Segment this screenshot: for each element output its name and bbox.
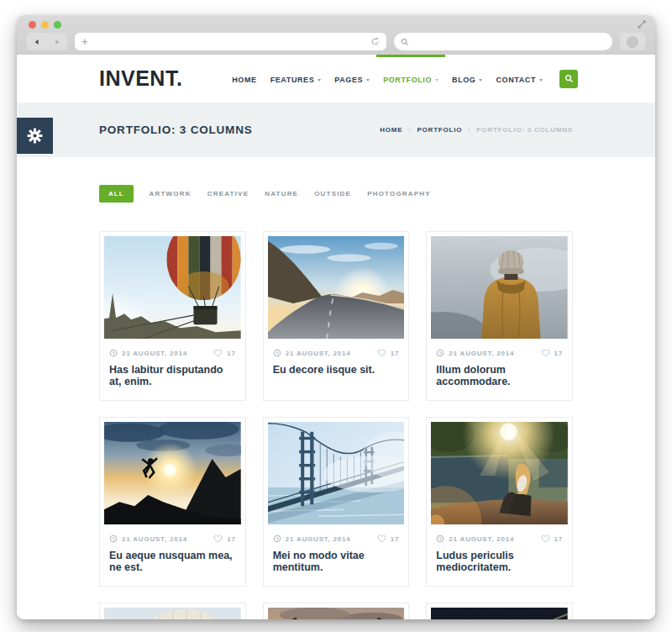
card-date: 21 AUGUST, 2014: [286, 535, 351, 543]
site-logo[interactable]: INVENT.: [99, 66, 182, 91]
portfolio-thumbnail-bridge[interactable]: [268, 422, 405, 524]
browser-action-button[interactable]: [620, 33, 645, 50]
portfolio-thumbnail-fog-person[interactable]: [431, 236, 568, 339]
nav-item-features[interactable]: FEATURES: [264, 55, 328, 103]
filter-outside[interactable]: OUTSIDE: [314, 190, 351, 198]
portfolio-card: 21 AUGUST, 2014 17 Has labitur disputand…: [99, 231, 246, 401]
refresh-icon[interactable]: [370, 37, 380, 46]
card-title[interactable]: Eu aeque nusquam mea, ne est.: [104, 548, 241, 586]
gear-icon: [27, 128, 43, 144]
card-title[interactable]: Ludus periculis mediocritatem.: [431, 548, 568, 586]
suspension-bridge-photo: [268, 422, 405, 524]
new-tab-plus-icon[interactable]: +: [81, 36, 88, 47]
breadcrumb-current: PORTFOLIO: 3 COLUMNS: [476, 126, 573, 134]
filter-artwork[interactable]: ARTWORK: [150, 190, 192, 198]
back-icon[interactable]: [34, 39, 40, 45]
clock-icon: [109, 535, 118, 543]
breadcrumb-home[interactable]: HOME: [380, 126, 402, 134]
forward-icon[interactable]: [54, 39, 60, 45]
portfolio-thumbnail-sweater[interactable]: [104, 608, 241, 619]
portfolio-thumbnail-balloon[interactable]: [104, 236, 241, 339]
chevron-down-icon: [366, 79, 370, 82]
like-count[interactable]: 17: [377, 349, 400, 357]
portfolio-card: 21 AUGUST, 2014 17 Mei no modo vitae men…: [263, 417, 410, 587]
heart-icon: [213, 349, 223, 357]
lake-sunlight-photo: [431, 422, 568, 524]
portfolio-card: 21 AUGUST, 2014 17 Eu decore iisque sit.: [263, 231, 410, 401]
like-count[interactable]: 17: [377, 535, 400, 543]
address-bar[interactable]: +: [75, 33, 386, 50]
card-meta: 21 AUGUST, 2014 17: [268, 524, 405, 548]
chevron-down-icon: [539, 79, 543, 82]
card-date: 21 AUGUST, 2014: [286, 350, 351, 357]
night-lights-photo: [431, 608, 568, 619]
search-icon: [401, 38, 409, 46]
heart-icon: [541, 349, 550, 357]
card-date: 21 AUGUST, 2014: [122, 535, 187, 543]
page-title: PORTFOLIO: 3 COLUMNS: [99, 124, 253, 136]
filter-all[interactable]: ALL: [99, 185, 134, 203]
browser-toolbar: +: [27, 33, 645, 50]
nav-item-portfolio[interactable]: PORTFOLIO: [376, 55, 445, 103]
clock-icon: [273, 349, 281, 357]
clock-icon: [273, 535, 281, 543]
card-title[interactable]: Eu decore iisque sit.: [268, 362, 405, 388]
heart-icon: [541, 535, 550, 543]
portfolio-thumbnail-jumper[interactable]: [104, 422, 241, 524]
main-navigation: HOME FEATURES PAGES PORTFOLIO BLOG CONTA…: [225, 55, 578, 103]
close-window-button[interactable]: [29, 21, 36, 29]
filter-photography[interactable]: PHOTOGRAPHY: [367, 190, 431, 198]
clock-icon: [436, 349, 444, 357]
fullscreen-icon[interactable]: [637, 19, 647, 29]
circle-icon: [627, 36, 638, 48]
heart-icon: [377, 349, 386, 357]
chevron-down-icon: [479, 79, 482, 82]
browser-search-field[interactable]: [394, 33, 612, 50]
clock-icon: [109, 349, 118, 357]
minimize-window-button[interactable]: [41, 21, 49, 29]
chevron-down-icon: [435, 79, 438, 82]
like-count[interactable]: 17: [541, 349, 564, 357]
like-count[interactable]: 17: [213, 535, 236, 543]
beer-toast-photo: [268, 608, 405, 619]
nav-item-blog[interactable]: BLOG: [445, 55, 489, 103]
clock-icon: [436, 535, 444, 543]
window-controls: [29, 21, 61, 29]
card-meta: 21 AUGUST, 2014 17: [104, 339, 241, 362]
card-title[interactable]: Mei no modo vitae mentitum.: [268, 548, 405, 586]
card-title[interactable]: Has labitur disputando at, enim.: [104, 362, 241, 400]
filter-creative[interactable]: CREATIVE: [207, 190, 249, 198]
card-date: 21 AUGUST, 2014: [449, 350, 514, 357]
portfolio-content: ALL ARTWORK CREATIVE NATURE OUTSIDE PHOT…: [17, 157, 655, 619]
webpage: INVENT. HOME FEATURES PAGES PORTFOLIO BL…: [17, 55, 655, 619]
nav-item-pages[interactable]: PAGES: [328, 55, 376, 103]
card-date: 21 AUGUST, 2014: [449, 535, 514, 543]
chevron-down-icon: [318, 79, 321, 82]
card-title[interactable]: Illum dolorum accommodare.: [431, 362, 568, 400]
portfolio-thumbnail-lake-girl[interactable]: [431, 422, 568, 524]
card-meta: 21 AUGUST, 2014 17: [104, 524, 241, 548]
heart-icon: [377, 535, 386, 543]
portfolio-filter-bar: ALL ARTWORK CREATIVE NATURE OUTSIDE PHOT…: [99, 185, 573, 203]
card-date: 21 AUGUST, 2014: [122, 350, 187, 357]
filter-nature[interactable]: NATURE: [265, 190, 298, 198]
knit-sweater-photo: [104, 608, 241, 619]
like-count[interactable]: 17: [541, 535, 564, 543]
breadcrumb-portfolio[interactable]: PORTFOLIO: [417, 126, 462, 134]
nav-item-home[interactable]: HOME: [225, 55, 263, 103]
browser-chrome: +: [17, 15, 655, 55]
breadcrumb-separator: /: [468, 126, 470, 134]
zoom-window-button[interactable]: [54, 21, 61, 29]
search-icon: [564, 74, 574, 83]
settings-panel-button[interactable]: [17, 118, 53, 154]
sunset-jump-photo: [104, 422, 241, 524]
portfolio-thumbnail-night[interactable]: [431, 608, 568, 619]
portfolio-card: 21 AUGUST, 2014 17 Eu aeque nusquam mea,…: [99, 417, 246, 587]
portfolio-card: [99, 603, 246, 619]
nav-item-contact[interactable]: CONTACT: [489, 55, 549, 103]
like-count[interactable]: 17: [213, 349, 236, 357]
breadcrumb-separator: /: [408, 126, 411, 134]
portfolio-thumbnail-beers[interactable]: [268, 608, 405, 619]
portfolio-thumbnail-road[interactable]: [268, 236, 405, 339]
site-search-button[interactable]: [559, 70, 578, 88]
